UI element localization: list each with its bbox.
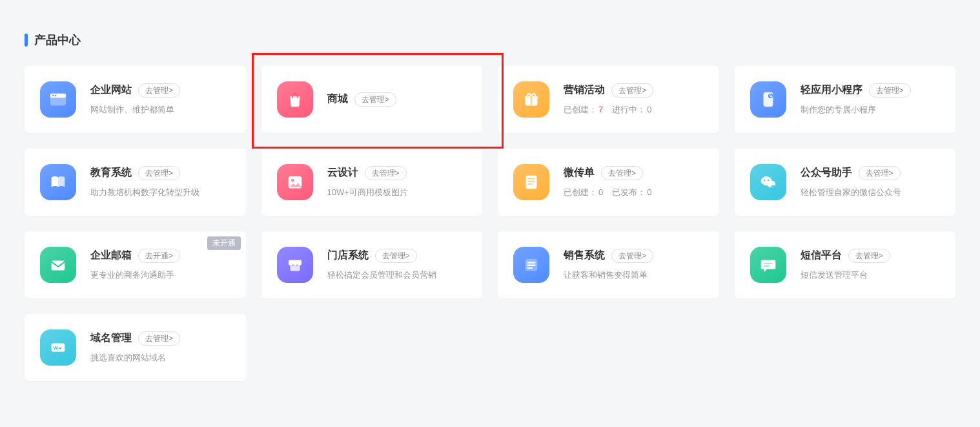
stat-label: 已创建： [564, 105, 597, 114]
wechat-icon [750, 164, 786, 200]
card-title: 营销活动 [564, 83, 605, 97]
stat-label: 进行中： [612, 105, 646, 114]
card-stats: 已创建：0 已发布：0 [564, 187, 704, 198]
annotation-arrow [0, 394, 980, 427]
image-icon [277, 164, 313, 200]
bag-icon [277, 81, 313, 118]
browser-icon [40, 81, 76, 118]
svg-point-2 [52, 95, 54, 96]
card-title: 微传单 [564, 166, 595, 180]
gift-icon [513, 81, 549, 118]
card-wechat[interactable]: 公众号助手 去管理> 轻松管理自家的微信公众号 [735, 149, 956, 216]
card-title: 教育系统 [90, 166, 132, 180]
manage-button[interactable]: 去管理> [375, 249, 417, 264]
sms-icon [750, 247, 786, 283]
card-desc: 轻松管理自家的微信公众号 [801, 187, 941, 198]
svg-rect-14 [527, 183, 533, 185]
manage-button[interactable]: 去管理> [611, 249, 653, 264]
stat-value: 0 [647, 105, 651, 114]
card-title: 商城 [327, 92, 348, 106]
manage-button[interactable]: 去管理> [611, 83, 653, 98]
svg-point-10 [291, 179, 294, 182]
card-title: 域名管理 [90, 331, 132, 345]
card-design[interactable]: 云设计 去管理> 10W+可商用模板图片 [261, 149, 483, 216]
svg-rect-21 [290, 266, 300, 271]
card-miniapp[interactable]: 轻应用小程序 去管理> 制作您的专属小程序 [735, 66, 956, 133]
card-desc: 更专业的商务沟通助手 [90, 269, 230, 281]
manage-button[interactable]: 去管理> [354, 92, 396, 107]
svg-rect-23 [527, 262, 535, 263]
activate-button[interactable]: 去开通> [138, 249, 180, 264]
card-education[interactable]: 教育系统 去管理> 助力教培机构数字化转型升级 [25, 149, 246, 216]
card-title: 轻应用小程序 [801, 83, 863, 97]
card-desc: 网站制作、维护都简单 [90, 104, 230, 116]
svg-point-8 [768, 94, 773, 99]
card-website[interactable]: 企业网站 去管理> 网站制作、维护都简单 [25, 66, 246, 133]
svg-rect-11 [526, 176, 537, 189]
book-icon [40, 164, 76, 200]
product-center-section: 产品中心 企业网站 去管理> 网站制作、维护都简单 商城 去管理 [0, 0, 980, 394]
card-desc: 助力教培机构数字化转型升级 [90, 187, 230, 198]
manage-button[interactable]: 去管理> [859, 166, 901, 181]
svg-rect-24 [527, 265, 535, 266]
manage-button[interactable]: 去管理> [365, 166, 407, 181]
svg-rect-13 [527, 181, 535, 182]
card-title: 云设计 [327, 166, 358, 180]
card-mail[interactable]: 未开通 企业邮箱 去开通> 更专业的商务沟通助手 [25, 231, 246, 298]
svg-rect-20 [52, 260, 65, 270]
flyer-icon [513, 164, 549, 200]
card-title: 企业网站 [90, 83, 132, 97]
status-tag: 未开通 [207, 236, 241, 250]
card-title: 短信平台 [801, 249, 842, 262]
product-grid: 企业网站 去管理> 网站制作、维护都简单 商城 去管理> [25, 66, 955, 381]
manage-button[interactable]: 去管理> [138, 331, 180, 346]
store-icon [277, 247, 313, 283]
card-marketing[interactable]: 营销活动 去管理> 已创建：7 进行中：0 [498, 66, 719, 133]
stat-label: 已发布： [612, 187, 646, 197]
stat-label: 已创建： [564, 187, 597, 197]
card-sales[interactable]: 销售系统 去管理> 让获客和销售变得简单 [498, 231, 719, 298]
card-flyer[interactable]: 微传单 去管理> 已创建：0 已发布：0 [498, 149, 719, 216]
card-title: 企业邮箱 [90, 249, 132, 262]
card-store[interactable]: 门店系统 去管理> 轻松搞定会员管理和会员营销 [261, 231, 483, 298]
svg-rect-6 [531, 96, 533, 105]
manage-button[interactable]: 去管理> [601, 166, 643, 181]
stat-value: 0 [598, 187, 603, 197]
svg-rect-27 [764, 266, 769, 267]
stat-value: 7 [598, 105, 603, 114]
card-title: 销售系统 [564, 249, 605, 262]
domain-icon: W.= [40, 329, 76, 366]
stat-value: 0 [647, 187, 651, 197]
card-desc: 轻松搞定会员管理和会员营销 [327, 269, 467, 281]
svg-point-3 [55, 95, 56, 96]
card-mall[interactable]: 商城 去管理> [261, 66, 483, 133]
manage-button[interactable]: 去管理> [848, 249, 890, 264]
card-desc: 10W+可商用模板图片 [327, 187, 467, 198]
manage-button[interactable]: 去管理> [138, 83, 180, 98]
svg-point-18 [767, 180, 768, 181]
sales-icon [513, 247, 549, 283]
manage-button[interactable]: 去管理> [138, 166, 180, 181]
card-stats: 已创建：7 进行中：0 [564, 104, 704, 116]
card-title: 公众号助手 [801, 166, 852, 180]
svg-rect-25 [527, 267, 532, 269]
card-domain[interactable]: W.= 域名管理 去管理> 挑选喜欢的网站域名 [25, 314, 246, 381]
card-desc: 制作您的专属小程序 [801, 104, 941, 116]
svg-rect-26 [764, 263, 772, 264]
svg-rect-12 [527, 178, 535, 179]
card-desc: 让获客和销售变得简单 [564, 269, 704, 281]
card-sms[interactable]: 短信平台 去管理> 短信发送管理平台 [735, 231, 956, 298]
svg-text:W.=: W.= [54, 345, 63, 351]
card-desc: 短信发送管理平台 [801, 269, 941, 281]
svg-point-17 [764, 180, 765, 181]
card-desc: 挑选喜欢的网站域名 [90, 352, 230, 364]
mail-icon [40, 247, 76, 283]
card-title: 门店系统 [327, 249, 369, 262]
manage-button[interactable]: 去管理> [869, 83, 911, 98]
section-title: 产品中心 [25, 32, 955, 48]
miniapp-icon [750, 81, 786, 118]
